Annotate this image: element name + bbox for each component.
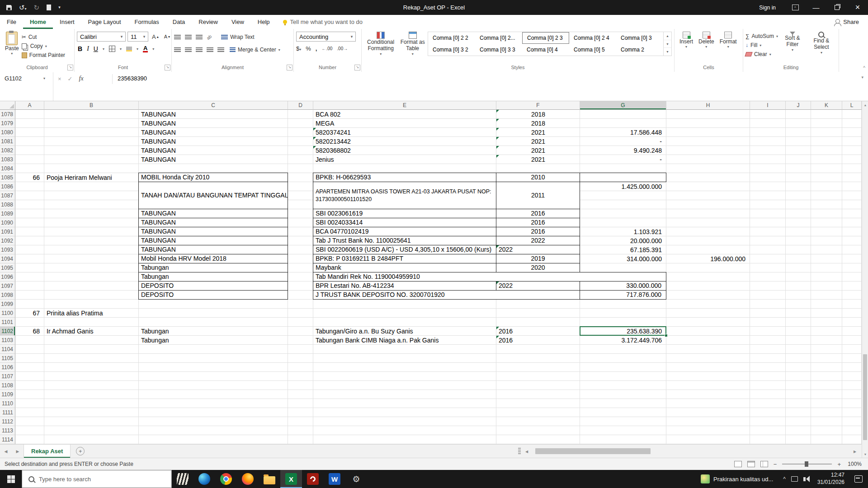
cell-C1086[interactable]: TANAH DAN/ATAU BANGUNAN TEMPAT TINGGAL: [138, 182, 288, 209]
cell-E1086[interactable]: APARTEMEN MITRA OASIS TOWER A21-03 JAKAR…: [313, 182, 496, 209]
scroll-down-icon[interactable]: ▼: [862, 450, 868, 458]
cell-F1089[interactable]: 2016: [496, 209, 580, 218]
cell-F1080[interactable]: 2021: [496, 128, 580, 137]
borders-button[interactable]: [109, 46, 115, 52]
cell-G1098[interactable]: 717.876.000: [580, 290, 666, 300]
cell-C1090[interactable]: TABUNGAN: [138, 218, 288, 227]
cell-F1086[interactable]: 2011: [496, 182, 580, 209]
cell-C1098[interactable]: DEPOSITO: [138, 290, 288, 300]
column-header-E[interactable]: E: [313, 101, 496, 110]
cell-F1095[interactable]: 2020: [496, 263, 580, 272]
style-item-selected[interactable]: Comma [0] 2 3: [522, 32, 569, 44]
style-item[interactable]: Comma [0] 2 4: [569, 32, 616, 44]
row-header-1086[interactable]: 1086: [0, 182, 15, 191]
cell-G1093[interactable]: 67.185.391: [580, 245, 666, 254]
cell-G1102[interactable]: 235.638.390: [580, 327, 666, 336]
cell-C1094[interactable]: Mobil Honda HRV Model 2018: [138, 254, 288, 263]
taskbar-file-explorer[interactable]: [259, 470, 280, 488]
row-header-1098[interactable]: 1098: [0, 291, 15, 300]
row-header-1078[interactable]: 1078: [0, 110, 15, 119]
cell-A1102[interactable]: 68: [15, 327, 44, 336]
column-header-K[interactable]: K: [811, 101, 842, 110]
column-header-B[interactable]: B: [44, 101, 139, 110]
cell-E1103[interactable]: Tabungan Bank CIMB Niaga a.n. Pak Ganis: [313, 336, 496, 345]
number-format-combo[interactable]: Accounting▾: [296, 32, 356, 42]
row-header-1101[interactable]: 1101: [0, 318, 15, 327]
cancel-icon[interactable]: ×: [58, 75, 61, 82]
restore-button[interactable]: [826, 0, 847, 15]
cell-G1097[interactable]: 330.000.000: [580, 281, 666, 291]
format-painter-button[interactable]: Format Painter: [22, 51, 65, 60]
currency-format-button[interactable]: $▾: [296, 45, 301, 52]
name-box-dropdown-icon[interactable]: ▾: [43, 76, 45, 80]
row-header-1095[interactable]: 1095: [0, 263, 15, 272]
decrease-font-button[interactable]: A▾: [162, 32, 172, 42]
row-header-1111[interactable]: 1111: [0, 408, 15, 417]
format-cells-button[interactable]: Format▾: [717, 30, 740, 49]
tab-insert[interactable]: Insert: [53, 15, 81, 29]
row-header-1106[interactable]: 1106: [0, 363, 15, 372]
fill-button[interactable]: ↓Fill▾: [745, 41, 778, 50]
font-dialog-launcher[interactable]: ↘: [165, 65, 170, 70]
cell-E1090[interactable]: SBI 0024033414: [313, 218, 496, 227]
cell-C1091[interactable]: TABUNGAN: [138, 227, 288, 236]
share-button[interactable]: Share: [835, 15, 859, 29]
row-header-1114[interactable]: 1114: [0, 435, 15, 444]
column-header-J[interactable]: J: [786, 101, 811, 110]
style-item[interactable]: Comma [0] 3 2: [428, 44, 475, 56]
vertical-scrollbar-thumb[interactable]: [863, 354, 867, 440]
row-header-1092[interactable]: 1092: [0, 236, 15, 245]
increase-decimal-button[interactable]: ←.00: [321, 46, 332, 51]
cell-F1079[interactable]: 2018: [496, 119, 580, 128]
cell-C1082[interactable]: TABUNGAN: [139, 146, 288, 155]
cell-G1083[interactable]: -: [580, 155, 666, 164]
tab-scrollbar-splitter[interactable]: [518, 448, 521, 455]
taskbar-acrobat[interactable]: [302, 470, 324, 488]
cell-G1086[interactable]: 1.425.000.000: [580, 182, 666, 191]
cell-G1092[interactable]: 20.000.000: [580, 236, 666, 245]
row-header-1104[interactable]: 1104: [0, 345, 15, 354]
cell-E1102[interactable]: Tabungan/Giro a.n. Bu Suzy Ganis: [313, 327, 496, 336]
column-header-L[interactable]: L: [842, 101, 862, 110]
style-item[interactable]: Comma [0] 5: [569, 44, 616, 56]
horizontal-scrollbar-thumb[interactable]: [535, 448, 651, 454]
cell-F1081[interactable]: 2021: [496, 137, 580, 146]
tab-review[interactable]: Review: [192, 15, 225, 29]
zoom-out-button[interactable]: −: [774, 461, 777, 468]
taskbar-chrome[interactable]: [215, 470, 237, 488]
name-box[interactable]: G1102: [0, 72, 53, 101]
fill-color-button[interactable]: [126, 47, 132, 52]
taskbar-weather-widget[interactable]: Prakiraan kualitas ud...: [695, 470, 778, 488]
new-sheet-button[interactable]: +: [76, 447, 85, 455]
column-header-I[interactable]: I: [750, 101, 786, 110]
delete-cells-button[interactable]: Delete▾: [696, 30, 717, 49]
cell-F1103[interactable]: 2016: [496, 336, 580, 345]
increase-indent-button[interactable]: [217, 47, 224, 52]
sheet-tab-rekap-aset[interactable]: Rekap Aset: [24, 445, 71, 458]
cell-E1093[interactable]: SBI 0022060619 (USD A/C) - USD 4,305,10 …: [313, 245, 496, 254]
formula-bar-collapse-icon[interactable]: ▾: [861, 75, 863, 80]
cell-C1103[interactable]: Tabungan: [139, 336, 288, 345]
page-layout-view-button[interactable]: [747, 461, 755, 467]
row-header-1108[interactable]: 1108: [0, 381, 15, 390]
tab-view[interactable]: View: [225, 15, 251, 29]
cell-A1100[interactable]: 67: [15, 309, 44, 318]
align-middle-button[interactable]: [185, 35, 192, 40]
cell-G1085[interactable]: [580, 173, 666, 182]
row-header-1081[interactable]: 1081: [0, 137, 15, 146]
comma-format-button[interactable]: ,: [316, 45, 317, 52]
scroll-left-icon[interactable]: ◀: [524, 447, 530, 455]
column-header-D[interactable]: D: [288, 101, 313, 110]
cell-F1083[interactable]: 2021: [496, 155, 580, 164]
bold-button[interactable]: B: [78, 45, 82, 52]
row-header-1113[interactable]: 1113: [0, 426, 15, 435]
enter-icon[interactable]: ✓: [68, 75, 73, 82]
row-header-1110[interactable]: 1110: [0, 399, 15, 408]
tab-help[interactable]: Help: [251, 15, 277, 29]
align-center-button[interactable]: [185, 47, 192, 52]
font-family-combo[interactable]: Calibri▾: [77, 32, 126, 42]
row-header-1087[interactable]: 1087: [0, 191, 15, 200]
minimize-button[interactable]: —: [806, 0, 826, 15]
cell-E1091[interactable]: BCA 04770102419: [313, 227, 496, 236]
cell-E1082[interactable]: 5820368802: [313, 146, 496, 155]
